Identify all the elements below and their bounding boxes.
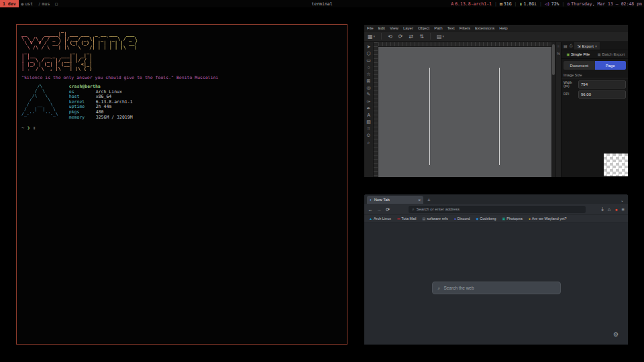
kernel-module: A 6.13.8-arch1-1 (451, 1, 492, 7)
menu-path[interactable]: Path (434, 26, 442, 30)
document-properties-icon[interactable]: ▤ (564, 44, 568, 48)
page-border-left (429, 68, 430, 165)
chevron-down-icon: ▾ (442, 34, 444, 38)
gradient-tool[interactable]: ▧ (366, 119, 371, 124)
home-icon[interactable]: ⌂ (608, 206, 611, 213)
workspace-mus[interactable]: ♪ mus (36, 0, 52, 7)
node-tool[interactable]: ⬡ (366, 51, 370, 56)
menu-help[interactable]: Help (499, 26, 507, 30)
menu-layer[interactable]: Layer (403, 26, 413, 30)
download-icon[interactable]: ⤓ (602, 206, 604, 213)
menu-extensions[interactable]: Extensions (475, 26, 494, 30)
fetch-output: /\ / \ /\ \ / \ / __ \ / | | \ /_-'' ''-… (21, 84, 342, 120)
new-tab-button[interactable]: + (427, 197, 431, 203)
terminal-window[interactable]: _ __ _____| | ___ ___ _ __ ___ ___ \ \ /… (16, 24, 347, 345)
ascii-art-back: _ _ _ | |__ __ _ ___| | _| | | '_ \ / _`… (21, 50, 342, 71)
batch-export-tab[interactable]: ▦ Batch Export (595, 52, 629, 56)
rotate-ccw-icon: ⟲ (388, 34, 392, 40)
workspace-dev[interactable]: 1 dev (0, 0, 19, 7)
calligraphy-tool[interactable]: ✒ (367, 106, 371, 111)
image-size-heading: Image Size (561, 71, 628, 78)
snap-option[interactable]: % (557, 52, 559, 56)
extension-icon[interactable]: ● (614, 207, 617, 212)
rotate-ccw-button[interactable]: ⟲ (388, 34, 392, 40)
raise-lower-button[interactable]: ▤▾ (437, 34, 444, 40)
bookmark-label: Tuta Mail (401, 217, 416, 221)
back-button[interactable]: ← (368, 206, 373, 213)
menu-object[interactable]: Object (418, 26, 429, 30)
pencil-tool[interactable]: ✎ (367, 92, 371, 97)
close-icon[interactable]: × (418, 198, 421, 202)
scrollbar-thumb[interactable] (552, 44, 555, 75)
volume-level: 72% (551, 1, 559, 7)
toolbox: ➤ ⬡ ▭ ○ ☆ ⊠ ◎ ✎ ✑ ✒ A ▧ ⌗ ⊙ ⌕ (364, 42, 374, 177)
box-tool[interactable]: ⊠ (367, 78, 371, 83)
tab-new-tab[interactable]: ◐ New Tab × (367, 196, 423, 204)
clock-module: ◷ Thursday, Mar 13 — 02:48 pm (567, 1, 642, 7)
mesh-tool[interactable]: ⌗ (368, 126, 370, 131)
cursor: ▮ (33, 125, 36, 131)
divider (430, 33, 431, 40)
forward-button[interactable]: → (377, 206, 382, 213)
drawing-canvas[interactable] (378, 47, 551, 177)
export-tab[interactable]: ⇲ Export × (574, 42, 600, 50)
bookmark-tuta-mail[interactable]: ✉Tuta Mail (397, 217, 417, 221)
flip-vertical-button[interactable]: ⇅ (419, 34, 424, 40)
menu-text[interactable]: Text (447, 26, 455, 30)
zoom-tool[interactable]: ⌕ (368, 140, 370, 145)
shell-prompt[interactable]: ~ ❯ ▮ (21, 125, 342, 131)
width-input[interactable]: 794 (578, 80, 626, 88)
menu-filters[interactable]: Filters (460, 26, 470, 30)
canvas-scrollbar[interactable] (551, 42, 555, 177)
bookmark-label: software refs (427, 217, 447, 221)
snap-toggle[interactable]: ⌗ (557, 44, 559, 49)
pen-tool[interactable]: ✑ (367, 99, 371, 104)
star-tool[interactable]: ☆ (366, 72, 370, 76)
bookmark-codeberg[interactable]: ◆Codeberg (476, 217, 496, 221)
page-button[interactable]: Page (595, 61, 627, 70)
document-button[interactable]: Document (564, 61, 595, 70)
flip-vertical-icon: ⇅ (419, 34, 424, 40)
rotate-cw-button[interactable]: ⟳ (398, 34, 403, 40)
single-file-tab[interactable]: ▣ Single File (561, 52, 595, 56)
ellipse-tool[interactable]: ○ (367, 65, 370, 70)
dropper-tool[interactable]: ⊙ (367, 133, 371, 137)
memory-usage: 1.8Gi (523, 1, 537, 7)
bookmarks-bar: ▲Arch Linux ✉Tuta Mail ▤software refs ●D… (364, 215, 628, 223)
selection-mode-button[interactable]: ▦▾ (368, 34, 375, 40)
spiral-tool[interactable]: ◎ (366, 85, 370, 90)
menu-icon[interactable]: ≡ (622, 206, 625, 213)
gear-icon[interactable]: ⚙ (613, 331, 619, 338)
bookmark-folder-software-refs[interactable]: ▤software refs (423, 217, 448, 221)
bookmark-arch-linux[interactable]: ▲Arch Linux (369, 217, 391, 221)
menu-file[interactable]: File (367, 26, 374, 30)
rectangle-tool[interactable]: ▭ (366, 58, 371, 62)
volume-module[interactable]: ◁) 72% (545, 1, 559, 7)
vertical-ruler (374, 42, 378, 177)
bookmark-discord[interactable]: ●Discord (454, 217, 470, 221)
fetch-value: 3256M / 32019M (96, 115, 133, 121)
workspace-ust[interactable]: ◍ ust (19, 0, 36, 7)
bookmark-are-we-wayland-yet[interactable]: ●Are we Wayland yet? (529, 217, 567, 221)
bookmark-photopea[interactable]: ▣Photopea (502, 217, 523, 221)
selector-tool[interactable]: ➤ (367, 44, 371, 49)
arch-ascii-logo: /\ / \ /\ \ / \ / __ \ / | | \ /_-'' ''-… (21, 84, 58, 120)
menu-view[interactable]: View (390, 26, 398, 30)
menu-edit[interactable]: Edit (378, 26, 385, 30)
dpi-label: DPI (564, 93, 577, 97)
close-icon[interactable]: × (595, 44, 598, 48)
mail-icon: ✉ (397, 217, 400, 221)
batch-export-label: Batch Export (602, 52, 625, 56)
fetch-info: crash@bertha osArch Linux hostx86_64 ker… (69, 84, 133, 120)
dpi-input[interactable]: 96.00 (578, 90, 626, 99)
reload-button[interactable]: ⟳ (386, 206, 390, 213)
width-field-row: Width (px) 794 (564, 80, 626, 88)
flip-horizontal-button[interactable]: ⇄ (409, 34, 413, 40)
print-icon[interactable]: ⎙ (570, 44, 573, 48)
chevron-down-icon[interactable]: ⌄ (621, 198, 624, 202)
text-tool[interactable]: A (367, 113, 370, 117)
web-search-input[interactable]: ⌕ Search the web (432, 282, 561, 294)
workspace-4[interactable]: □ (52, 0, 60, 7)
url-bar[interactable]: ⌕ Search or enter address (409, 206, 585, 213)
page-border-right (499, 68, 500, 165)
